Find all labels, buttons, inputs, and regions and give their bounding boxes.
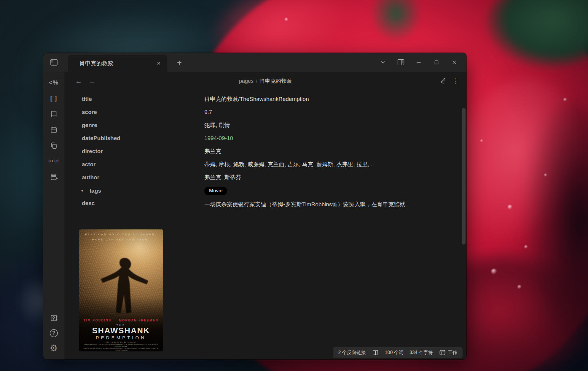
attr-value[interactable]: 肖申克的救赎/TheShawshankRedemption — [204, 95, 309, 103]
attr-key[interactable]: author — [82, 174, 204, 181]
poster-tagline-1: FEAR CAN HOLD YOU PRISONER. — [79, 233, 163, 236]
word-count[interactable]: 100 个词 — [385, 350, 404, 356]
forward-button[interactable]: → — [88, 77, 95, 85]
tab-title: 肖申克的救赎 — [79, 60, 157, 67]
attr-row-tags: ▾ tags Movie — [82, 184, 447, 198]
attr-value[interactable]: 犯罪, 剧情 — [204, 121, 230, 129]
attr-row-author: author 弗兰克, 斯蒂芬 — [82, 171, 447, 184]
kebab-menu-icon[interactable]: ⋮ — [452, 78, 459, 84]
attr-row-director: director 弗兰克 — [82, 145, 447, 158]
attr-key[interactable]: score — [82, 109, 204, 115]
tab-menu-button[interactable] — [376, 56, 390, 68]
attr-row-actor: actor 蒂姆, 摩根, 鲍勃, 威廉姆, 克兰西, 吉尔, 马克, 詹姆斯,… — [82, 158, 447, 171]
workspace-name: 工作 — [448, 350, 457, 356]
attr-key[interactable]: ▾ tags — [82, 188, 204, 194]
tab-shawshank[interactable]: 肖申克的救赎 ✕ — [68, 55, 167, 72]
stack-add-icon[interactable] — [47, 171, 60, 183]
help-icon[interactable]: ? — [47, 327, 60, 339]
attr-key[interactable]: title — [82, 96, 204, 102]
editor-pane: ← → pages/肖申克的救赎 ⋮ — [64, 72, 466, 359]
panel-left-toggle-icon — [50, 58, 58, 67]
backlinks-count[interactable]: 2 个反向链接 — [338, 350, 366, 356]
collapse-caret-icon[interactable]: ▾ — [81, 188, 83, 193]
chevron-down-icon — [380, 59, 386, 66]
vault-icon[interactable] — [47, 312, 60, 324]
back-button[interactable]: ← — [75, 77, 82, 85]
template-icon[interactable]: <% — [47, 77, 60, 88]
binary-line1: 01 — [48, 159, 54, 163]
attribute-table: title 肖申克的救赎/TheShawshankRedemption scor… — [82, 93, 447, 211]
attr-row-desc: desc 一场谋杀案使银行家安迪（蒂姆•罗宾斯TimRobbins饰）蒙冤入狱，… — [82, 198, 447, 211]
attr-row-score: score 9.7 — [82, 106, 447, 119]
attr-key[interactable]: director — [82, 148, 204, 155]
breadcrumb-current[interactable]: 肖申克的救赎 — [260, 78, 292, 84]
poster-actor-right: MORGAN FREEMAN — [119, 319, 158, 322]
poster-studio-line: CASTLE ROCK ENTERTAINMENT — [79, 341, 163, 343]
poster-title-sub: REDEMPTION — [79, 335, 163, 340]
new-tab-button[interactable]: + — [173, 57, 186, 68]
breadcrumb-separator: / — [256, 78, 257, 84]
close-icon — [451, 59, 458, 66]
attr-row-datepublished: datePublished 1994-09-10 — [82, 132, 447, 145]
app-window: 肖申克的救赎 ✕ + — [43, 53, 466, 359]
poster-credits: FRANK DARABONT · TIM ROBBINS MORGAN FREE… — [82, 343, 160, 351]
breadcrumb: pages/肖申克的救赎 — [64, 77, 466, 85]
copy-icon[interactable] — [47, 139, 60, 151]
attr-value[interactable]: 蒂姆, 摩根, 鲍勃, 威廉姆, 克兰西, 吉尔, 马克, 詹姆斯, 杰弗里, … — [204, 161, 374, 168]
gear-glyph: ⚙ — [50, 344, 58, 353]
attr-row-genre: genre 犯罪, 剧情 — [82, 119, 447, 132]
attr-key[interactable]: desc — [82, 200, 204, 207]
attr-value: Movie — [204, 187, 227, 195]
breadcrumb-parent[interactable]: pages — [239, 78, 254, 84]
attr-value[interactable]: 弗兰克 — [204, 148, 221, 155]
book-icon[interactable] — [47, 108, 60, 120]
titlebar: 肖申克的救赎 ✕ + — [43, 53, 466, 72]
breadcrumb-bar: ← → pages/肖申克的救赎 ⋮ — [64, 72, 466, 90]
poster-title-main: SHAWSHANK — [79, 326, 163, 335]
poster-actor-left: TIM ROBBINS — [84, 319, 111, 322]
tag-pill-movie[interactable]: Movie — [204, 187, 227, 195]
close-window-button[interactable] — [447, 56, 461, 68]
vertical-scrollbar-thumb[interactable] — [462, 108, 466, 245]
toggle-dock-button[interactable] — [43, 53, 64, 72]
workspace-switcher[interactable]: 工作 — [439, 349, 457, 356]
workspace-icon — [439, 349, 446, 356]
attr-key[interactable]: datePublished — [82, 135, 204, 142]
poster-tagline-2: HOPE CAN SET YOU FREE. — [79, 238, 163, 241]
binary-icon[interactable]: 01 10 — [47, 155, 60, 167]
attr-value[interactable]: 一场谋杀案使银行家安迪（蒂姆•罗宾斯TimRobbins饰）蒙冤入狱，在肖申克监… — [204, 200, 425, 209]
attr-value[interactable]: 9.7 — [204, 109, 212, 115]
attr-key[interactable]: genre — [82, 122, 204, 129]
desktop: 肖申克的救赎 ✕ + — [0, 0, 588, 371]
help-glyph: ? — [50, 329, 58, 337]
char-count: 334 个字符 — [409, 350, 433, 356]
attr-row-title: title 肖申克的救赎/TheShawshankRedemption — [82, 93, 447, 106]
left-dock: <% [ ] — [43, 72, 64, 359]
maximize-button[interactable] — [430, 56, 443, 68]
window-controls — [376, 53, 466, 72]
calendar-icon[interactable] — [47, 124, 60, 136]
settings-gear-icon[interactable]: ⚙ — [47, 342, 60, 354]
tags-key-label: tags — [90, 188, 101, 194]
attr-value[interactable]: 弗兰克, 斯蒂芬 — [204, 174, 241, 181]
minimize-icon — [415, 59, 422, 66]
minimize-button[interactable] — [412, 56, 426, 68]
maximize-icon — [433, 59, 440, 66]
dock-bottom-group: ? ⚙ — [47, 312, 60, 354]
attr-value[interactable]: 1994-09-10 — [204, 135, 233, 142]
movie-poster-image[interactable]: FEAR CAN HOLD YOU PRISONER. HOPE CAN SET… — [79, 229, 163, 351]
attr-key[interactable]: actor — [82, 161, 204, 168]
binary-line2: 10 — [54, 159, 59, 163]
open-book-icon — [372, 349, 379, 356]
tab-close-icon[interactable]: ✕ — [157, 60, 161, 66]
brackets-icon[interactable]: [ ] — [47, 92, 60, 104]
toggle-right-dock-button[interactable] — [394, 56, 408, 68]
status-bar: 2 个反向链接 100 个词 334 个字符 — [333, 347, 463, 358]
edit-pen-icon[interactable] — [439, 77, 447, 85]
dock-right-toggle-icon — [397, 58, 405, 66]
